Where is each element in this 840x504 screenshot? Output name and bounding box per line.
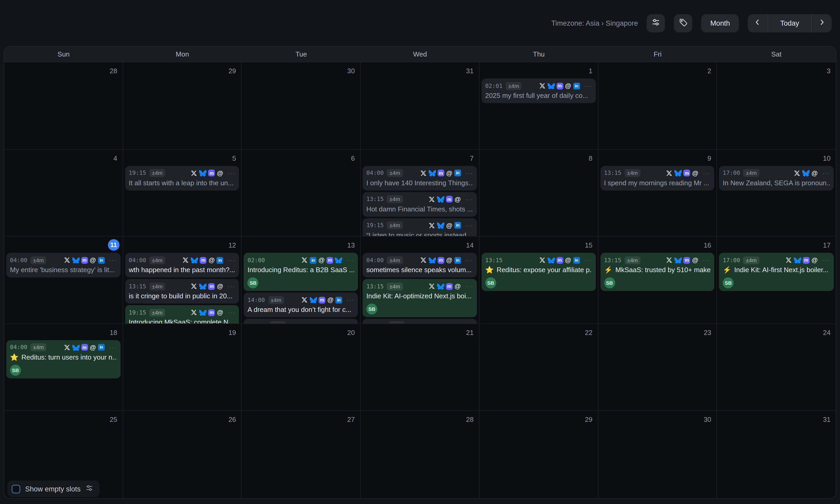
event-card[interactable]: 04:00±4mm@in···I only have 140 Interesti… (363, 166, 477, 190)
day-cell[interactable]: 8 (479, 149, 598, 237)
day-cell[interactable]: 28 (4, 62, 123, 149)
account-avatar[interactable]: SB (723, 277, 734, 288)
event-card[interactable]: 02:01±4mm@in···2025 my first full year o… (482, 78, 596, 103)
event-card[interactable]: 04:00±4mm@in···sometimes silence speaks … (363, 253, 477, 277)
event-card[interactable]: 14:00±4mm@in···A dream that you don’t fi… (244, 292, 358, 317)
event-card-partial[interactable] (363, 319, 477, 323)
day-cell[interactable]: 26 (123, 411, 242, 498)
bluesky-icon (547, 83, 555, 89)
event-card[interactable]: 13:15±4mm@···I spend my mornings reading… (600, 166, 714, 190)
account-avatar[interactable]: SB (247, 277, 259, 288)
day-cell[interactable]: 3 (717, 62, 836, 149)
more-options-icon[interactable]: ··· (109, 256, 117, 264)
day-cell[interactable]: 1717:00±4mm@···⚡ Indie Kit: AI-first Nex… (717, 237, 836, 324)
event-card-partial[interactable] (244, 319, 358, 323)
day-cell[interactable]: 704:00±4mm@in···I only have 140 Interest… (361, 149, 479, 237)
day-cell[interactable]: 913:15±4mm@···I spend my mornings readin… (598, 149, 717, 237)
event-card[interactable]: 17:00±4mm@···⚡ Indie Kit: AI-first Next.… (719, 253, 834, 291)
day-cell[interactable]: 1302:00in@m···Introducing Reditus: a B2B… (242, 237, 361, 324)
day-cell[interactable]: 29 (123, 62, 242, 149)
more-options-icon[interactable]: ··· (228, 256, 236, 264)
tags-button[interactable] (674, 14, 692, 32)
event-card[interactable]: 19:15±4m@in···“Listen to music or sports… (363, 218, 477, 236)
event-card[interactable]: 19:15±4mm@···It all starts with a leap i… (125, 166, 239, 190)
day-cell[interactable]: 1613:15±4mm@···⚡ MkSaaS: trusted by 510+… (598, 237, 717, 324)
account-avatar[interactable]: SB (485, 277, 496, 288)
today-button[interactable]: Today (768, 14, 812, 32)
previous-period-button[interactable] (748, 14, 768, 32)
more-options-icon[interactable]: ··· (465, 222, 473, 229)
more-options-icon[interactable]: ··· (228, 309, 236, 316)
day-cell[interactable]: 1017:00±4m@···In New Zealand, SEGA is pr… (717, 149, 836, 237)
day-cell[interactable]: 30 (242, 62, 361, 149)
more-options-icon[interactable]: ··· (465, 196, 473, 203)
day-cell[interactable]: 27 (242, 411, 361, 498)
more-options-icon[interactable]: ··· (703, 169, 711, 177)
time-jitter-badge: ±4m (149, 169, 165, 177)
event-card[interactable]: 17:00±4m@···In New Zealand, SEGA is pron… (719, 166, 834, 190)
sliders-icon[interactable] (85, 484, 93, 494)
more-options-icon[interactable]: ··· (346, 256, 354, 264)
day-cell[interactable]: 1204:00±4mm@in···wth happened in the pas… (123, 237, 242, 324)
day-cell[interactable]: 30 (598, 411, 717, 498)
day-cell[interactable]: 1804:00±4mm@in···⭐ Reditus: turn users i… (4, 324, 123, 411)
day-cell[interactable]: 31 (717, 411, 836, 498)
more-options-icon[interactable]: ··· (822, 256, 830, 264)
event-card[interactable]: 13:15±4mm@···is it cringe to build in pu… (125, 279, 239, 304)
show-empty-slots-checkbox[interactable] (12, 484, 20, 493)
day-events: 04:00±4mm@in···My entire 'business strat… (6, 253, 120, 323)
event-card[interactable]: 04:00±4mm@in···⭐ Reditus: turn users int… (6, 340, 120, 378)
event-meta-row: 14:00±4mm@in··· (247, 295, 354, 305)
day-cell[interactable]: 20 (242, 324, 361, 411)
event-card[interactable]: 04:00±4mm@in···wth happened in the past … (125, 253, 239, 277)
account-avatar[interactable]: SB (10, 365, 21, 376)
day-cell[interactable]: 1513:15m@in···⭐ Reditus: expose your aff… (479, 237, 598, 324)
day-cell[interactable]: 19 (123, 324, 242, 411)
platform-icons: m@in (63, 257, 105, 264)
more-options-icon[interactable]: ··· (346, 296, 354, 304)
day-cell[interactable]: 1104:00±4mm@in···My entire 'business str… (4, 237, 123, 324)
day-cell[interactable]: 6 (242, 149, 361, 237)
day-events (244, 78, 358, 149)
event-card[interactable]: 13:15±4mm@···Indie Kit: AI-optimized Nex… (363, 279, 477, 317)
day-cell[interactable]: 4 (4, 149, 123, 237)
event-card[interactable]: 13:15±4mm@···⚡ MkSaaS: trusted by 510+ m… (600, 253, 714, 291)
threads-icon: @ (217, 309, 223, 316)
event-card[interactable]: 04:00±4mm@in···My entire 'business strat… (6, 253, 120, 277)
next-period-button[interactable] (812, 14, 832, 32)
more-options-icon[interactable]: ··· (228, 169, 236, 177)
event-title: ⚡ Indie Kit: AI-first Next.js boiler... (723, 265, 830, 275)
more-options-icon[interactable]: ··· (584, 82, 592, 90)
more-options-icon[interactable]: ··· (228, 283, 236, 290)
more-options-icon[interactable]: ··· (465, 169, 473, 177)
more-options-icon[interactable]: ··· (584, 256, 592, 264)
day-cell[interactable]: 29 (479, 411, 598, 498)
day-cell[interactable]: 1404:00±4mm@in···sometimes silence speak… (361, 237, 479, 324)
filter-button[interactable] (647, 14, 665, 32)
day-cell[interactable]: 23 (598, 324, 717, 411)
day-events: 19:15±4mm@···It all starts with a leap i… (125, 166, 239, 236)
day-cell[interactable]: 28 (361, 411, 479, 498)
event-card[interactable]: 13:15m@in···⭐ Reditus: expose your affil… (482, 253, 596, 291)
more-options-icon[interactable]: ··· (465, 256, 473, 264)
day-cell[interactable]: 24 (717, 324, 836, 411)
event-card[interactable]: 19:15±4mm@···Introducing MkSaaS: complet… (125, 305, 239, 323)
more-options-icon[interactable]: ··· (703, 256, 711, 264)
threads-icon: @ (89, 344, 96, 351)
account-avatar[interactable]: SB (366, 304, 377, 314)
day-number: 8 (589, 154, 593, 162)
more-options-icon[interactable]: ··· (822, 169, 830, 177)
day-cell[interactable]: 22 (479, 324, 598, 411)
day-cell[interactable]: 102:01±4mm@in···2025 my first full year … (479, 62, 598, 149)
day-cell[interactable]: 519:15±4mm@···It all starts with a leap … (123, 149, 242, 237)
time-jitter-badge: ±4m (387, 256, 403, 264)
day-cell[interactable]: 31 (361, 62, 479, 149)
view-selector-button[interactable]: Month (701, 14, 739, 32)
account-avatar[interactable]: SB (604, 277, 615, 288)
day-cell[interactable]: 2 (598, 62, 717, 149)
event-card[interactable]: 02:00in@m···Introducing Reditus: a B2B S… (244, 253, 358, 291)
more-options-icon[interactable]: ··· (465, 283, 473, 290)
more-options-icon[interactable]: ··· (109, 344, 117, 351)
event-card[interactable]: 13:15±4mm@···Hot damn Financial Times, s… (363, 192, 477, 216)
day-cell[interactable]: 21 (361, 324, 479, 411)
